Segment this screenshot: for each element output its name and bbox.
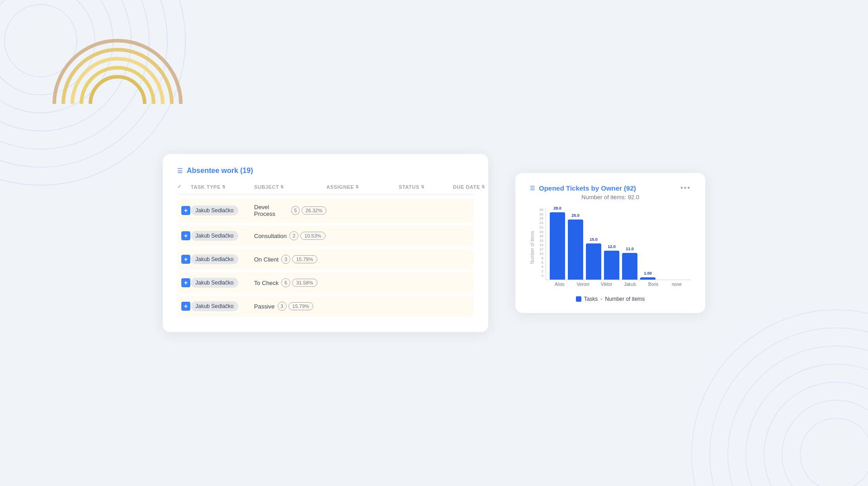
count-badge: 5 [291, 206, 299, 215]
y-label: 22 [539, 225, 543, 229]
bar-value: 15.0 [590, 237, 598, 242]
percent-badge: 10.53% [300, 232, 325, 240]
bar-group: 28.0 [550, 212, 565, 280]
subject-cell: On Client 3 15.79% [254, 255, 326, 264]
chart-subtitle: Number of items: 92.0 [530, 194, 691, 201]
y-label: 20 [539, 230, 543, 234]
col-due-date[interactable]: DUE DATE ⇅ [453, 184, 507, 190]
y-label: 16 [539, 238, 543, 243]
col-task-type[interactable]: TASK TYPE ⇅ [191, 184, 254, 190]
bar-group: 12.0 [604, 251, 619, 280]
col-assignee[interactable]: ASSIGNEE ⇅ [326, 184, 399, 190]
chart-menu-button[interactable]: ••• [680, 184, 691, 192]
y-label: 14 [539, 243, 543, 247]
y-label: 8 [542, 256, 543, 260]
assignee-badge: Jakub Sedlačko [191, 231, 238, 241]
assignee-badge: Jakub Sedlačko [191, 278, 238, 288]
expand-button[interactable]: + [181, 302, 190, 311]
expand-button[interactable]: + [181, 231, 190, 240]
y-label: 0 [542, 274, 543, 278]
assignee-cell: Jakub Sedlačko [191, 301, 254, 311]
y-label: 6 [542, 261, 543, 265]
status-sort-icon: ⇅ [421, 185, 425, 189]
chart-icon: ☰ [530, 185, 535, 192]
bar [586, 243, 601, 280]
y-axis-labels: 30 28 26 24 22 20 18 16 14 12 10 8 6 4 2… [537, 208, 546, 287]
bar [640, 277, 656, 280]
assignee-cell: Jakub Sedlačko [191, 206, 254, 215]
legend-separator: - [600, 296, 602, 302]
row-expand-cell[interactable]: + [177, 255, 191, 264]
table-title: Absentee work (19) [187, 167, 253, 175]
absentee-work-card: ☰ Absentee work (19) ✓ TASK TYPE ⇅ SUBJE… [163, 154, 488, 332]
row-expand-cell[interactable]: + [177, 206, 191, 215]
row-expand-cell[interactable]: + [177, 278, 191, 287]
bar [550, 212, 565, 280]
y-axis-title-container: Number of items [530, 208, 535, 287]
bar-group: 15.0 [586, 243, 601, 280]
chart-legend: Tasks - Number of items [530, 296, 691, 302]
subject-cell: Devel Process 5 26.32% [254, 204, 326, 217]
chart-card: ☰ Opened Tickets by Owner (92) ••• Numbe… [515, 173, 705, 313]
row-expand-cell[interactable]: + [177, 231, 191, 240]
col-status-label: STATUS [399, 184, 420, 190]
task-type-sort-icon: ⇅ [222, 185, 226, 189]
table-card-title: ☰ Absentee work (19) [177, 167, 474, 175]
percent-badge: 15.79% [292, 255, 317, 263]
x-axis-labels: Alois Veroni Viktór Jakub Boris none [546, 280, 691, 287]
count-badge: 2 [289, 231, 298, 240]
assignee-badge: Jakub Sedlačko [191, 206, 238, 215]
subject-cell: Consultation 2 10.53% [254, 231, 326, 240]
col-subject[interactable]: SUBJECT ⇅ [254, 184, 326, 190]
col-due-date-label: DUE DATE [453, 184, 480, 190]
x-label: Boris [646, 282, 661, 287]
y-label: 2 [542, 269, 543, 273]
assignee-cell: Jakub Sedlačko [191, 231, 254, 241]
col-check: ✓ [177, 184, 191, 190]
table-row: + Jakub Sedlačko Consultation 2 10.53% [177, 225, 474, 246]
col-status[interactable]: STATUS ⇅ [399, 184, 453, 190]
bar-value: 11.0 [626, 247, 634, 251]
col-subject-label: SUBJECT [254, 184, 279, 190]
y-label: 10 [539, 252, 543, 256]
bar-value: 25.0 [571, 213, 580, 218]
col-assignee-label: ASSIGNEE [326, 184, 354, 190]
bars-container: 28.0 25.0 15.0 12.0 [546, 208, 691, 280]
legend-color-box [576, 296, 581, 302]
table-icon: ☰ [177, 167, 183, 174]
assignee-sort-icon: ⇅ [355, 185, 359, 189]
assignee-cell: Jakub Sedlačko [191, 278, 254, 288]
bar-group: 25.0 [568, 220, 583, 280]
table-row: + Jakub Sedlačko Devel Process 5 26.32% [177, 198, 474, 223]
table-row: + Jakub Sedlačko On Client 3 15.79% [177, 249, 474, 270]
subject-text: On Client [254, 256, 278, 263]
bars-plot: 28.0 25.0 15.0 12.0 [546, 208, 691, 287]
y-label: 12 [539, 247, 543, 251]
table-body: + Jakub Sedlačko Devel Process 5 26.32% … [177, 198, 474, 317]
bar-value: 12.0 [608, 244, 616, 249]
y-label: 18 [539, 234, 543, 238]
percent-badge: 31.58% [292, 279, 317, 287]
subject-text: To Check [254, 280, 278, 286]
x-label: Jakub [622, 282, 637, 287]
x-label: Viktór [599, 282, 614, 287]
assignee-badge: Jakub Sedlačko [191, 254, 238, 264]
x-label: none [669, 282, 684, 287]
table-header: ✓ TASK TYPE ⇅ SUBJECT ⇅ ASSIGNEE ⇅ STATU… [177, 184, 474, 195]
subject-text: Devel Process [254, 204, 288, 217]
row-expand-cell[interactable]: + [177, 302, 191, 311]
count-badge: 6 [281, 278, 290, 287]
count-badge: 3 [278, 302, 287, 311]
assignee-badge: Jakub Sedlačko [191, 301, 238, 311]
expand-button[interactable]: + [181, 206, 190, 215]
expand-button[interactable]: + [181, 255, 190, 264]
bar [568, 220, 583, 280]
x-label: Veroni [576, 282, 591, 287]
y-label: 24 [539, 221, 543, 225]
assignee-cell: Jakub Sedlačko [191, 254, 254, 264]
subject-text: Passive [254, 303, 275, 310]
bar-group: 11.0 [622, 253, 637, 280]
subject-cell: To Check 6 31.58% [254, 278, 326, 287]
count-badge: 3 [281, 255, 290, 264]
expand-button[interactable]: + [181, 278, 190, 287]
